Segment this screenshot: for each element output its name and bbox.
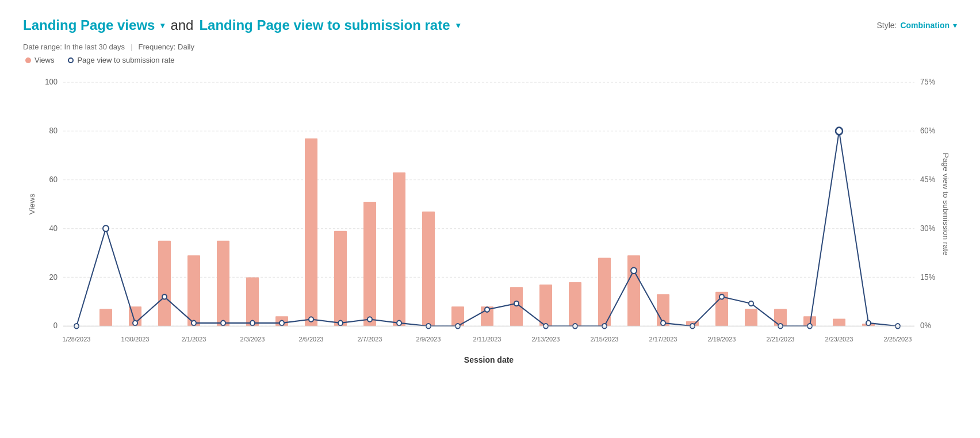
- svg-point-72: [749, 301, 753, 306]
- svg-rect-26: [246, 277, 259, 326]
- meta-info: Date range: In the last 30 days | Freque…: [23, 43, 957, 51]
- chart-title: Landing Page views ▾ and Landing Page vi…: [23, 17, 460, 33]
- svg-point-55: [250, 321, 255, 325]
- svg-text:2/13/2023: 2/13/2023: [532, 335, 560, 342]
- svg-text:0%: 0%: [920, 321, 931, 330]
- svg-text:2/9/2023: 2/9/2023: [416, 335, 441, 342]
- svg-rect-43: [745, 309, 757, 326]
- legend-rate: Page view to submission rate: [68, 56, 174, 64]
- bars: [99, 139, 875, 326]
- svg-text:2/17/2023: 2/17/2023: [649, 335, 677, 342]
- svg-text:75%: 75%: [920, 78, 935, 86]
- svg-point-59: [368, 317, 372, 321]
- svg-text:60%: 60%: [920, 126, 935, 135]
- svg-rect-39: [627, 255, 640, 326]
- svg-point-63: [485, 307, 489, 312]
- title1-dropdown-icon[interactable]: ▾: [160, 21, 164, 30]
- title2-dropdown-icon[interactable]: ▾: [456, 21, 460, 30]
- svg-point-68: [631, 267, 637, 274]
- svg-point-64: [514, 301, 519, 306]
- title-part1[interactable]: Landing Page views: [23, 17, 155, 33]
- svg-text:2/1/2023: 2/1/2023: [182, 335, 206, 342]
- views-legend-label: Views: [35, 56, 54, 64]
- svg-point-56: [280, 321, 284, 325]
- svg-rect-32: [422, 212, 435, 326]
- svg-rect-29: [334, 231, 347, 326]
- svg-rect-36: [539, 285, 552, 326]
- svg-point-52: [162, 294, 167, 299]
- svg-text:Page view to submission rate: Page view to submission rate: [941, 153, 950, 256]
- svg-rect-30: [363, 202, 376, 326]
- svg-text:2/25/2023: 2/25/2023: [884, 335, 912, 342]
- svg-text:2/19/2023: 2/19/2023: [708, 335, 736, 342]
- svg-rect-23: [158, 241, 171, 326]
- svg-text:15%: 15%: [920, 272, 935, 281]
- svg-text:1/28/2023: 1/28/2023: [63, 335, 91, 342]
- svg-text:80: 80: [49, 126, 58, 135]
- svg-rect-28: [305, 139, 317, 326]
- rate-legend-label: Page view to submission rate: [77, 56, 174, 64]
- svg-text:0: 0: [53, 321, 58, 330]
- svg-point-75: [836, 128, 843, 135]
- legend-views: Views: [25, 56, 54, 64]
- svg-rect-24: [187, 255, 200, 326]
- svg-point-71: [719, 294, 724, 299]
- svg-point-53: [192, 321, 196, 325]
- svg-rect-46: [833, 318, 845, 326]
- chart-legend: Views Page view to submission rate: [23, 56, 957, 64]
- style-selector: Style: Combination ▾: [876, 21, 957, 30]
- svg-rect-37: [569, 282, 581, 326]
- svg-text:2/7/2023: 2/7/2023: [358, 335, 382, 342]
- svg-point-60: [397, 321, 401, 325]
- frequency: Frequency: Daily: [138, 43, 194, 51]
- svg-text:2/23/2023: 2/23/2023: [825, 335, 853, 342]
- svg-text:2/21/2023: 2/21/2023: [767, 335, 795, 342]
- svg-text:Session date: Session date: [464, 355, 514, 364]
- svg-text:1/30/2023: 1/30/2023: [121, 335, 150, 342]
- page-header: Landing Page views ▾ and Landing Page vi…: [23, 17, 957, 33]
- combination-chart: 0 20 40 60 80 100 0% 15% 30% 45% 60% 75%…: [23, 70, 957, 375]
- svg-text:40: 40: [49, 224, 58, 232]
- meta-separator: |: [131, 43, 132, 51]
- title-part2[interactable]: Landing Page view to submission rate: [199, 17, 450, 33]
- svg-text:45%: 45%: [920, 175, 935, 184]
- svg-text:20: 20: [49, 272, 58, 281]
- chart-area: 0 20 40 60 80 100 0% 15% 30% 45% 60% 75%…: [23, 70, 957, 375]
- title-and: and: [170, 17, 193, 33]
- style-value[interactable]: Combination: [900, 21, 950, 30]
- style-label: Style:: [876, 21, 897, 30]
- svg-point-69: [661, 321, 665, 325]
- svg-point-54: [221, 321, 225, 325]
- rate-legend-icon: [68, 57, 74, 63]
- svg-text:100: 100: [45, 78, 58, 86]
- svg-point-50: [103, 225, 109, 232]
- date-range: Date range: In the last 30 days: [23, 43, 125, 51]
- svg-text:2/15/2023: 2/15/2023: [591, 335, 619, 342]
- svg-text:Views: Views: [28, 194, 36, 215]
- svg-text:60: 60: [49, 175, 58, 184]
- svg-rect-25: [217, 241, 229, 326]
- style-dropdown-icon[interactable]: ▾: [953, 21, 957, 30]
- svg-point-57: [309, 317, 313, 321]
- svg-rect-38: [598, 258, 611, 326]
- svg-text:30%: 30%: [920, 224, 935, 232]
- views-legend-icon: [25, 57, 31, 63]
- svg-text:2/3/2023: 2/3/2023: [240, 335, 265, 342]
- svg-point-76: [866, 321, 871, 325]
- svg-point-58: [338, 321, 343, 325]
- svg-rect-31: [393, 172, 405, 326]
- svg-text:2/5/2023: 2/5/2023: [299, 335, 324, 342]
- svg-rect-21: [99, 309, 112, 326]
- svg-point-51: [133, 321, 137, 325]
- svg-text:2/11/2023: 2/11/2023: [473, 335, 502, 342]
